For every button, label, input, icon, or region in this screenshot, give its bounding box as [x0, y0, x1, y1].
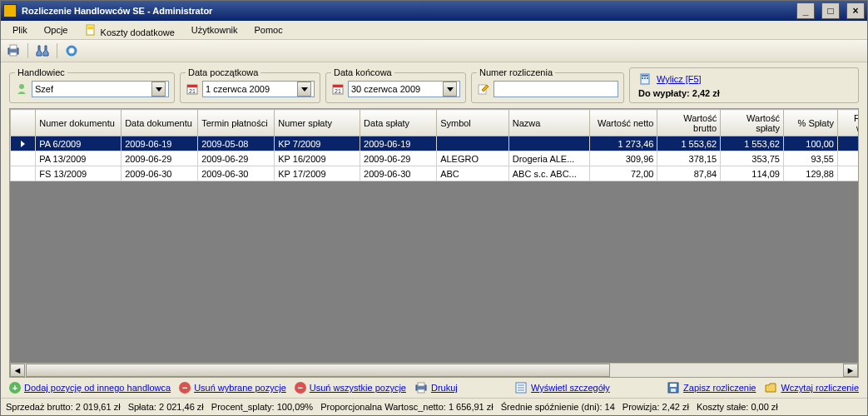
scroll-right-button[interactable]: ► — [843, 364, 858, 377]
cell[interactable]: 2009-06-29 — [198, 151, 275, 166]
col-10[interactable]: % Spłaty — [784, 110, 838, 136]
cell[interactable]: ALEGRO — [437, 151, 509, 166]
filter-panel: Handlowiec Szef Data początkowa 21 1 cze… — [1, 62, 867, 108]
cell[interactable]: Drogeria ALE... — [508, 151, 589, 166]
menu-uzytkownik[interactable]: Użytkownik — [185, 23, 245, 37]
svg-rect-20 — [647, 77, 648, 79]
cell[interactable]: 2009-06-29 — [360, 151, 437, 166]
calendar-icon: 21 — [331, 82, 345, 96]
cell[interactable] — [837, 151, 858, 166]
menu-koszty[interactable]: Koszty dodatkowe — [77, 22, 181, 39]
handlowiec-drop-button[interactable] — [151, 82, 166, 97]
cell[interactable] — [837, 136, 858, 151]
col-9[interactable]: Wartość spłaty — [721, 110, 784, 136]
gear-icon[interactable] — [64, 43, 79, 58]
cell[interactable]: 309,96 — [590, 151, 657, 166]
menu-plik[interactable]: Plik — [6, 23, 34, 37]
col-7[interactable]: Wartość netto — [590, 110, 657, 136]
table-row[interactable]: PA 6/20092009-06-192009-05-08KP 7/200920… — [11, 136, 859, 151]
print-icon[interactable] — [6, 43, 21, 58]
col-5[interactable]: Symbol — [437, 110, 509, 136]
data-pocz-value: 1 czerwca 2009 — [206, 84, 295, 94]
cell[interactable] — [837, 166, 858, 181]
cell[interactable]: 129,88 — [784, 166, 838, 181]
data-kon-legend: Data końcowa — [331, 67, 394, 77]
cell[interactable]: 353,75 — [721, 151, 784, 166]
add-row-action[interactable]: + Dodaj pozycję od innego handlowca — [9, 382, 171, 394]
cell[interactable]: PA 6/2009 — [36, 136, 122, 151]
cell[interactable]: ABC — [437, 166, 509, 181]
cell[interactable]: 114,09 — [721, 166, 784, 181]
row-selector-header[interactable] — [11, 110, 36, 136]
col-3[interactable]: Numer spłaty — [275, 110, 360, 136]
col-8[interactable]: Wartość brutto — [657, 110, 721, 136]
col-11[interactable]: Proporcj wartość — [837, 110, 858, 136]
cell[interactable]: ABC s.c. ABC... — [508, 166, 589, 181]
details-action[interactable]: Wyświetl szczegóły — [514, 381, 610, 394]
cell[interactable]: 100,00 — [784, 136, 838, 151]
row-selector[interactable] — [11, 151, 36, 166]
cell[interactable]: 2009-06-19 — [122, 136, 198, 151]
tools-icon[interactable] — [35, 43, 50, 58]
col-0[interactable]: Numer dokumentu — [36, 110, 122, 136]
numer-rozl-input[interactable] — [494, 81, 618, 97]
h-scrollbar[interactable]: ◄ ► — [10, 363, 858, 377]
table-row[interactable]: FS 13/20092009-06-302009-06-30KP 17/2009… — [11, 166, 859, 181]
payout-label: Do wypłaty: — [638, 88, 692, 98]
data-kon-input[interactable]: 30 czerwca 2009 — [348, 81, 460, 97]
cell[interactable]: KP 16/2009 — [275, 151, 360, 166]
row-selector[interactable] — [11, 166, 36, 181]
scroll-thumb[interactable] — [26, 364, 610, 377]
data-poczatkowa-group: Data początkowa 21 1 czerwca 2009 — [180, 67, 320, 103]
cell[interactable]: 1 553,62 — [721, 136, 784, 151]
cell[interactable]: 2009-06-29 — [122, 151, 198, 166]
col-6[interactable]: Nazwa — [508, 110, 589, 136]
menu-opcje[interactable]: Opcje — [37, 23, 75, 37]
toolbar-sep-2 — [57, 43, 57, 58]
cell[interactable]: 378,15 — [657, 151, 721, 166]
print-action[interactable]: Drukuj — [414, 381, 458, 394]
col-2[interactable]: Termin płatności — [198, 110, 275, 136]
cell[interactable]: PA 13/2009 — [36, 151, 122, 166]
cell[interactable]: 2009-06-30 — [122, 166, 198, 181]
load-label: Wczytaj rozliczenie — [781, 383, 859, 393]
cell[interactable]: 2009-06-19 — [360, 136, 437, 151]
svg-point-7 — [70, 49, 73, 52]
cell[interactable]: 1 553,62 — [657, 136, 721, 151]
load-action[interactable]: Wczytaj rozliczenie — [764, 381, 859, 394]
open-icon — [764, 381, 777, 394]
del-all-action[interactable]: − Usuń wszystkie pozycje — [295, 382, 406, 394]
svg-rect-10 — [187, 85, 197, 87]
minus-icon: − — [179, 382, 191, 394]
cell[interactable]: 2009-06-30 — [198, 166, 275, 181]
cell[interactable]: KP 7/2009 — [275, 136, 360, 151]
cell[interactable]: 93,55 — [784, 151, 838, 166]
cell[interactable]: 1 273,46 — [590, 136, 657, 151]
cell[interactable]: 2009-05-08 — [198, 136, 275, 151]
save-icon — [667, 381, 680, 394]
data-pocz-input[interactable]: 1 czerwca 2009 — [202, 81, 315, 97]
maximize-button[interactable]: □ — [821, 2, 840, 19]
data-kon-drop[interactable] — [443, 82, 457, 97]
menu-pomoc[interactable]: Pomoc — [247, 23, 289, 37]
wylicz-link[interactable]: Wylicz [F5] — [657, 74, 702, 84]
col-4[interactable]: Data spłaty — [360, 110, 437, 136]
cell[interactable]: 2009-06-30 — [360, 166, 437, 181]
row-selector[interactable] — [11, 136, 36, 151]
minimize-button[interactable]: _ — [796, 2, 815, 19]
cell[interactable]: KP 17/2009 — [275, 166, 360, 181]
col-1[interactable]: Data dokumentu — [122, 110, 198, 136]
cell[interactable]: FS 13/2009 — [36, 166, 122, 181]
handlowiec-combo[interactable]: Szef — [32, 81, 169, 97]
cell[interactable]: 87,84 — [657, 166, 721, 181]
cell[interactable]: 72,00 — [590, 166, 657, 181]
data-pocz-drop[interactable] — [297, 82, 311, 97]
calculator-icon — [638, 72, 652, 86]
save-action[interactable]: Zapisz rozliczenie — [667, 381, 756, 394]
cell[interactable] — [508, 136, 589, 151]
cell[interactable] — [437, 136, 509, 151]
del-selected-action[interactable]: − Usuń wybrane pozycje — [179, 382, 286, 394]
table-row[interactable]: PA 13/20092009-06-292009-06-29KP 16/2009… — [11, 151, 859, 166]
scroll-left-button[interactable]: ◄ — [10, 364, 25, 377]
close-button[interactable]: × — [846, 2, 865, 19]
